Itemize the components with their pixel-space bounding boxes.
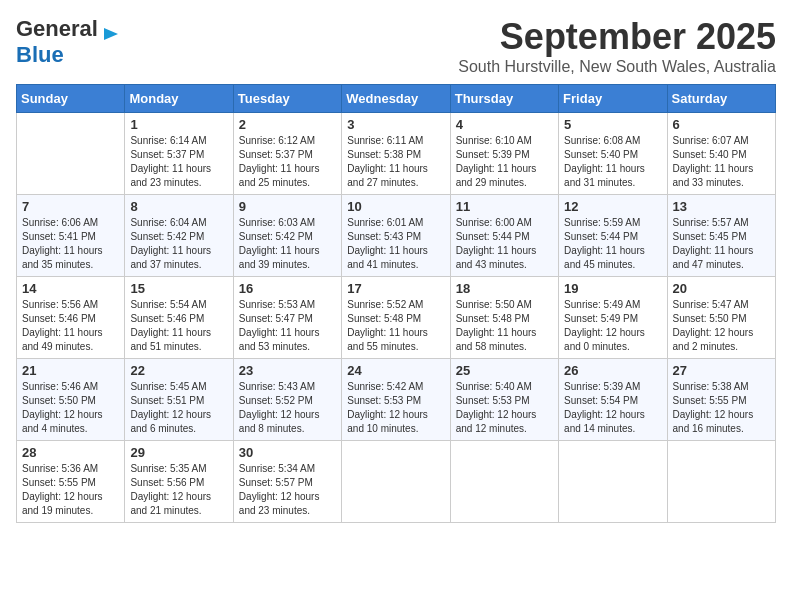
day-number: 3 xyxy=(347,117,444,132)
calendar-cell xyxy=(342,441,450,523)
calendar-cell xyxy=(17,113,125,195)
svg-marker-0 xyxy=(104,28,118,40)
calendar-cell xyxy=(559,441,667,523)
day-number: 22 xyxy=(130,363,227,378)
calendar-cell: 30Sunrise: 5:34 AM Sunset: 5:57 PM Dayli… xyxy=(233,441,341,523)
cell-content: Sunrise: 5:38 AM Sunset: 5:55 PM Dayligh… xyxy=(673,380,770,436)
cell-content: Sunrise: 5:53 AM Sunset: 5:47 PM Dayligh… xyxy=(239,298,336,354)
calendar-cell: 21Sunrise: 5:46 AM Sunset: 5:50 PM Dayli… xyxy=(17,359,125,441)
cell-content: Sunrise: 5:40 AM Sunset: 5:53 PM Dayligh… xyxy=(456,380,553,436)
weekday-header-monday: Monday xyxy=(125,85,233,113)
cell-content: Sunrise: 5:47 AM Sunset: 5:50 PM Dayligh… xyxy=(673,298,770,354)
cell-content: Sunrise: 5:56 AM Sunset: 5:46 PM Dayligh… xyxy=(22,298,119,354)
calendar-cell: 2Sunrise: 6:12 AM Sunset: 5:37 PM Daylig… xyxy=(233,113,341,195)
week-row-1: 1Sunrise: 6:14 AM Sunset: 5:37 PM Daylig… xyxy=(17,113,776,195)
weekday-header-saturday: Saturday xyxy=(667,85,775,113)
logo-text: General Blue xyxy=(16,16,98,68)
cell-content: Sunrise: 6:07 AM Sunset: 5:40 PM Dayligh… xyxy=(673,134,770,190)
logo: General Blue xyxy=(16,16,120,68)
cell-content: Sunrise: 6:03 AM Sunset: 5:42 PM Dayligh… xyxy=(239,216,336,272)
cell-content: Sunrise: 5:46 AM Sunset: 5:50 PM Dayligh… xyxy=(22,380,119,436)
calendar-cell: 26Sunrise: 5:39 AM Sunset: 5:54 PM Dayli… xyxy=(559,359,667,441)
calendar-cell: 22Sunrise: 5:45 AM Sunset: 5:51 PM Dayli… xyxy=(125,359,233,441)
cell-content: Sunrise: 6:00 AM Sunset: 5:44 PM Dayligh… xyxy=(456,216,553,272)
day-number: 16 xyxy=(239,281,336,296)
day-number: 9 xyxy=(239,199,336,214)
calendar-cell: 13Sunrise: 5:57 AM Sunset: 5:45 PM Dayli… xyxy=(667,195,775,277)
cell-content: Sunrise: 5:49 AM Sunset: 5:49 PM Dayligh… xyxy=(564,298,661,354)
calendar-cell: 17Sunrise: 5:52 AM Sunset: 5:48 PM Dayli… xyxy=(342,277,450,359)
cell-content: Sunrise: 5:45 AM Sunset: 5:51 PM Dayligh… xyxy=(130,380,227,436)
calendar-cell: 10Sunrise: 6:01 AM Sunset: 5:43 PM Dayli… xyxy=(342,195,450,277)
day-number: 13 xyxy=(673,199,770,214)
day-number: 20 xyxy=(673,281,770,296)
day-number: 15 xyxy=(130,281,227,296)
cell-content: Sunrise: 6:08 AM Sunset: 5:40 PM Dayligh… xyxy=(564,134,661,190)
day-number: 2 xyxy=(239,117,336,132)
day-number: 10 xyxy=(347,199,444,214)
cell-content: Sunrise: 5:50 AM Sunset: 5:48 PM Dayligh… xyxy=(456,298,553,354)
cell-content: Sunrise: 6:06 AM Sunset: 5:41 PM Dayligh… xyxy=(22,216,119,272)
calendar-table: SundayMondayTuesdayWednesdayThursdayFrid… xyxy=(16,84,776,523)
week-row-5: 28Sunrise: 5:36 AM Sunset: 5:55 PM Dayli… xyxy=(17,441,776,523)
calendar-cell: 16Sunrise: 5:53 AM Sunset: 5:47 PM Dayli… xyxy=(233,277,341,359)
day-number: 30 xyxy=(239,445,336,460)
title-area: September 2025 South Hurstville, New Sou… xyxy=(458,16,776,76)
calendar-cell xyxy=(667,441,775,523)
day-number: 23 xyxy=(239,363,336,378)
weekday-header-row: SundayMondayTuesdayWednesdayThursdayFrid… xyxy=(17,85,776,113)
day-number: 24 xyxy=(347,363,444,378)
day-number: 7 xyxy=(22,199,119,214)
page-header: General Blue September 2025 South Hurstv… xyxy=(16,16,776,76)
day-number: 5 xyxy=(564,117,661,132)
cell-content: Sunrise: 5:39 AM Sunset: 5:54 PM Dayligh… xyxy=(564,380,661,436)
cell-content: Sunrise: 5:54 AM Sunset: 5:46 PM Dayligh… xyxy=(130,298,227,354)
calendar-cell: 5Sunrise: 6:08 AM Sunset: 5:40 PM Daylig… xyxy=(559,113,667,195)
cell-content: Sunrise: 6:11 AM Sunset: 5:38 PM Dayligh… xyxy=(347,134,444,190)
week-row-4: 21Sunrise: 5:46 AM Sunset: 5:50 PM Dayli… xyxy=(17,359,776,441)
cell-content: Sunrise: 5:35 AM Sunset: 5:56 PM Dayligh… xyxy=(130,462,227,518)
cell-content: Sunrise: 5:42 AM Sunset: 5:53 PM Dayligh… xyxy=(347,380,444,436)
calendar-cell: 3Sunrise: 6:11 AM Sunset: 5:38 PM Daylig… xyxy=(342,113,450,195)
calendar-cell: 14Sunrise: 5:56 AM Sunset: 5:46 PM Dayli… xyxy=(17,277,125,359)
cell-content: Sunrise: 5:36 AM Sunset: 5:55 PM Dayligh… xyxy=(22,462,119,518)
cell-content: Sunrise: 5:43 AM Sunset: 5:52 PM Dayligh… xyxy=(239,380,336,436)
calendar-cell: 4Sunrise: 6:10 AM Sunset: 5:39 PM Daylig… xyxy=(450,113,558,195)
calendar-cell: 7Sunrise: 6:06 AM Sunset: 5:41 PM Daylig… xyxy=(17,195,125,277)
cell-content: Sunrise: 6:01 AM Sunset: 5:43 PM Dayligh… xyxy=(347,216,444,272)
calendar-cell: 15Sunrise: 5:54 AM Sunset: 5:46 PM Dayli… xyxy=(125,277,233,359)
cell-content: Sunrise: 5:57 AM Sunset: 5:45 PM Dayligh… xyxy=(673,216,770,272)
calendar-cell: 29Sunrise: 5:35 AM Sunset: 5:56 PM Dayli… xyxy=(125,441,233,523)
week-row-3: 14Sunrise: 5:56 AM Sunset: 5:46 PM Dayli… xyxy=(17,277,776,359)
cell-content: Sunrise: 6:14 AM Sunset: 5:37 PM Dayligh… xyxy=(130,134,227,190)
weekday-header-tuesday: Tuesday xyxy=(233,85,341,113)
calendar-cell: 19Sunrise: 5:49 AM Sunset: 5:49 PM Dayli… xyxy=(559,277,667,359)
day-number: 17 xyxy=(347,281,444,296)
weekday-header-friday: Friday xyxy=(559,85,667,113)
logo-arrow-icon xyxy=(102,25,120,47)
day-number: 18 xyxy=(456,281,553,296)
calendar-cell: 27Sunrise: 5:38 AM Sunset: 5:55 PM Dayli… xyxy=(667,359,775,441)
calendar-cell: 12Sunrise: 5:59 AM Sunset: 5:44 PM Dayli… xyxy=(559,195,667,277)
calendar-cell: 18Sunrise: 5:50 AM Sunset: 5:48 PM Dayli… xyxy=(450,277,558,359)
day-number: 29 xyxy=(130,445,227,460)
day-number: 21 xyxy=(22,363,119,378)
calendar-cell xyxy=(450,441,558,523)
calendar-cell: 11Sunrise: 6:00 AM Sunset: 5:44 PM Dayli… xyxy=(450,195,558,277)
month-title: September 2025 xyxy=(458,16,776,58)
day-number: 1 xyxy=(130,117,227,132)
day-number: 4 xyxy=(456,117,553,132)
cell-content: Sunrise: 5:34 AM Sunset: 5:57 PM Dayligh… xyxy=(239,462,336,518)
day-number: 11 xyxy=(456,199,553,214)
calendar-cell: 23Sunrise: 5:43 AM Sunset: 5:52 PM Dayli… xyxy=(233,359,341,441)
location-title: South Hurstville, New South Wales, Austr… xyxy=(458,58,776,76)
day-number: 28 xyxy=(22,445,119,460)
cell-content: Sunrise: 6:10 AM Sunset: 5:39 PM Dayligh… xyxy=(456,134,553,190)
cell-content: Sunrise: 5:59 AM Sunset: 5:44 PM Dayligh… xyxy=(564,216,661,272)
calendar-cell: 6Sunrise: 6:07 AM Sunset: 5:40 PM Daylig… xyxy=(667,113,775,195)
weekday-header-thursday: Thursday xyxy=(450,85,558,113)
day-number: 19 xyxy=(564,281,661,296)
day-number: 12 xyxy=(564,199,661,214)
day-number: 6 xyxy=(673,117,770,132)
calendar-cell: 8Sunrise: 6:04 AM Sunset: 5:42 PM Daylig… xyxy=(125,195,233,277)
